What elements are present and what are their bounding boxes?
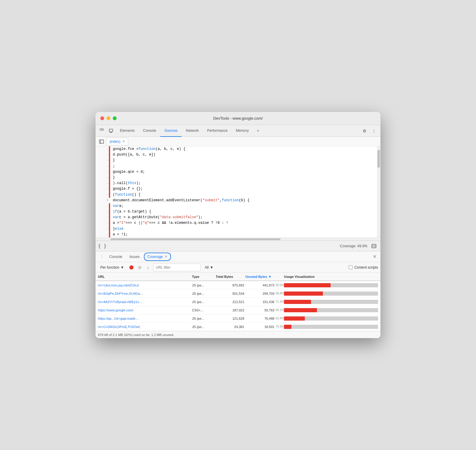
file-tab-label: (index) xyxy=(110,140,120,144)
th-type[interactable]: Type xyxy=(192,275,216,278)
code-line: } xyxy=(113,175,375,180)
minimize-button[interactable] xyxy=(107,116,110,120)
usage-bar-unused xyxy=(331,283,378,287)
code-line: google.fce = function(a, b, c, e) { xyxy=(113,146,375,152)
sort-icon: ▼ xyxy=(268,275,272,278)
tab-performance[interactable]: Performance xyxy=(203,125,232,137)
cell-unused: 18,501 75.9% xyxy=(245,325,284,329)
record-button[interactable] xyxy=(128,264,135,271)
status-bar: 878 kB of 2.1 MB (42%) used so far, 1.2 … xyxy=(96,331,380,338)
panel-close-button[interactable]: ✕ xyxy=(371,253,378,260)
svg-rect-4 xyxy=(99,140,104,143)
svg-rect-6 xyxy=(372,244,376,248)
table-row[interactable]: /m=B2qlPe,DhPYme,GU4Ga… JS (pe... 501,53… xyxy=(96,289,380,298)
device-icon[interactable] xyxy=(107,127,115,135)
url-filter-input[interactable] xyxy=(153,264,201,271)
close-button[interactable] xyxy=(100,116,104,120)
gutter-line: – xyxy=(96,186,110,192)
code-line: ).call(this); xyxy=(113,180,375,186)
more-icon[interactable]: ⋮ xyxy=(370,127,378,135)
file-tab[interactable]: (index) ✕ xyxy=(106,138,128,145)
horizontal-scrollbar[interactable] xyxy=(96,237,380,240)
all-dropdown[interactable]: All ▼ xyxy=(202,264,216,271)
code-line: (function() { xyxy=(113,192,375,198)
code-line: var c = a.getAttribute("data-submitfalse… xyxy=(113,215,375,220)
usage-bar-unused xyxy=(291,325,378,329)
usage-bar-unused xyxy=(323,291,378,296)
gutter-line: – xyxy=(96,180,110,186)
content-scripts-checkbox[interactable] xyxy=(349,265,353,269)
cell-url: /rs=AA2YrTvBynad-nWEy1x… xyxy=(98,300,192,304)
cell-url: /m=B2qlPe,DhPYme,GU4Ga… xyxy=(98,292,192,295)
settings-icon[interactable]: ⚙ xyxy=(360,127,369,135)
cell-unused: 294,703 58.8% xyxy=(245,292,284,295)
vertical-scrollbar[interactable] xyxy=(377,146,380,237)
table-row[interactable]: /m=CnSW2d,DPreE,P10Owf, JS (pe... 24,381… xyxy=(96,323,380,331)
tab-console[interactable]: Console xyxy=(139,125,160,137)
panel-menu-icon[interactable]: ⋮ xyxy=(98,253,105,260)
tab-network[interactable]: Network xyxy=(182,125,203,137)
tab-elements[interactable]: Elements xyxy=(116,125,139,137)
th-unused-bytes[interactable]: Unused Bytes ▼ xyxy=(245,275,284,278)
maximize-button[interactable] xyxy=(113,116,117,120)
pointer-icon[interactable] xyxy=(98,127,106,135)
cell-unused: 441,873 50.5% xyxy=(245,283,284,287)
gutter-line: – xyxy=(96,169,110,175)
all-label: All xyxy=(205,265,209,270)
tab-nav: Elements Console Sources Network Perform… xyxy=(116,125,360,137)
gutter-line: – xyxy=(96,215,110,220)
titlebar: DevTools - www.google.com/ xyxy=(96,112,380,125)
table-row[interactable]: https://ap.../cb=gapi.loade… JS (pe... 1… xyxy=(96,314,380,323)
panel-tab-coverage[interactable]: Coverage ✕ xyxy=(144,253,171,261)
panel-tab-console[interactable]: Console xyxy=(106,253,125,261)
per-function-button[interactable]: Per function ▼ xyxy=(98,264,126,271)
tab-memory[interactable]: Memory xyxy=(232,125,253,137)
h-scrollbar-thumb xyxy=(110,238,281,240)
code-line: google.qce = d; xyxy=(113,169,375,175)
cell-total: 212,521 xyxy=(216,300,245,304)
clear-button[interactable]: ⊘ xyxy=(137,264,143,271)
usage-bar xyxy=(284,316,378,321)
cell-total: 187,022 xyxy=(216,308,245,312)
coverage-chart-icon[interactable] xyxy=(370,242,378,250)
panel-tab-issues[interactable]: Issues xyxy=(126,253,143,261)
tab-sources[interactable]: Sources xyxy=(160,125,182,137)
th-total-bytes[interactable]: Total Bytes xyxy=(216,275,245,278)
code-line: var a; xyxy=(113,203,375,209)
file-tab-close-icon[interactable]: ✕ xyxy=(122,140,125,143)
cell-url: https://ap.../cb=gapi.loade… xyxy=(98,317,192,320)
download-button[interactable]: ↓ xyxy=(145,264,151,271)
cell-usage-viz xyxy=(284,325,378,329)
table-body: /m=cdos,hsm,jsa,mb4ZUb,d JS (pe... 875,6… xyxy=(96,281,380,331)
table-row[interactable]: https://www.google.com/ CSS+... 187,022 … xyxy=(96,306,380,314)
code-line: document.documentElement.addEventListene… xyxy=(113,198,375,203)
cell-type: JS (pe... xyxy=(192,325,216,329)
panel-tabs: ⋮ Console Issues Coverage ✕ ✕ xyxy=(96,251,380,262)
cell-url: /m=cdos,hsm,jsa,mb4ZUb,d xyxy=(98,283,192,287)
code-gutter: –––––––––4–––––– xyxy=(96,146,110,237)
all-chevron-icon: ▼ xyxy=(210,265,213,270)
window-controls xyxy=(100,116,117,120)
gutter-line: – xyxy=(96,203,110,209)
cell-type: JS (pe... xyxy=(192,292,216,295)
content-scripts-label[interactable]: Content scripts xyxy=(349,265,378,270)
usage-bar xyxy=(284,283,378,287)
code-line: a = !1; xyxy=(113,232,375,237)
pretty-print-icon[interactable]: { } xyxy=(98,243,107,249)
code-content[interactable]: google.fce = function(a, b, c, e) { d.pu… xyxy=(110,146,377,237)
record-icon xyxy=(129,265,134,270)
table-row[interactable]: /rs=AA2YrTvBynad-nWEy1x… JS (pe... 212,5… xyxy=(96,298,380,306)
scrollbar-thumb xyxy=(377,150,380,168)
table-row[interactable]: /m=cdos,hsm,jsa,mb4ZUb,d JS (pe... 875,6… xyxy=(96,281,380,289)
table-header: URL Type Total Bytes Unused Bytes ▼ Usag… xyxy=(96,273,380,281)
cell-usage-viz xyxy=(284,308,378,312)
gutter-line: 4 xyxy=(96,198,110,203)
th-url[interactable]: URL xyxy=(98,275,192,278)
tab-more[interactable]: » xyxy=(253,125,263,137)
devtools-toolbar: Elements Console Sources Network Perform… xyxy=(96,125,380,137)
gutter-line: – xyxy=(96,192,110,198)
panel-tab-close-icon[interactable]: ✕ xyxy=(165,255,167,259)
sidebar-toggle-icon[interactable] xyxy=(98,138,105,145)
th-usage-viz[interactable]: Usage Visualization xyxy=(284,275,378,278)
cell-unused: 151,436 71.3% xyxy=(245,300,284,304)
